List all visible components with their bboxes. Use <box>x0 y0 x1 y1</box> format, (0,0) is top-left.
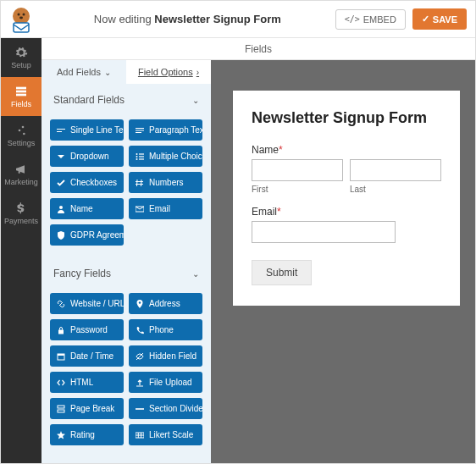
svg-rect-27 <box>58 354 64 356</box>
field-password[interactable]: Password <box>50 319 124 340</box>
fields-panel: Add Fields⌄ Field Options› Standard Fiel… <box>42 60 211 464</box>
svg-rect-25 <box>58 329 64 334</box>
fields-titlebar: Fields <box>42 38 475 60</box>
gear-icon <box>14 46 28 59</box>
fancy-fields-header[interactable]: Fancy Fields⌄ <box>42 257 211 288</box>
field-gdpr[interactable]: GDPR Agreement <box>50 224 124 246</box>
svg-point-20 <box>136 158 138 160</box>
top-toolbar: Now editing Newsletter Signup Form </> E… <box>1 1 475 38</box>
svg-rect-7 <box>16 94 26 97</box>
form-preview[interactable]: Newsletter Signup Form Name* First Last … <box>233 91 460 306</box>
svg-point-9 <box>19 130 21 132</box>
envelope-icon <box>136 205 144 213</box>
divider-icon <box>136 405 144 413</box>
field-datetime[interactable]: Date / Time <box>50 345 124 367</box>
field-name[interactable]: Name <box>50 198 124 219</box>
svg-point-0 <box>13 8 30 25</box>
field-phone[interactable]: Phone <box>129 319 202 340</box>
pin-icon <box>136 300 144 308</box>
sidenav-marketing[interactable]: Marketing <box>1 155 42 194</box>
svg-rect-14 <box>136 130 144 130</box>
sidenav-setup[interactable]: Setup <box>1 38 42 77</box>
user-icon <box>57 205 65 213</box>
submit-button[interactable]: Submit <box>252 260 312 285</box>
field-likert[interactable]: Likert Scale <box>129 424 202 445</box>
field-email[interactable]: Email <box>129 198 202 219</box>
field-html[interactable]: HTML <box>50 372 124 393</box>
eye-slash-icon <box>136 352 144 361</box>
sliders-icon <box>14 124 28 137</box>
field-numbers[interactable]: Numbers <box>129 172 202 193</box>
save-button[interactable]: ✓ SAVE <box>412 8 467 30</box>
last-sublabel: Last <box>350 185 441 194</box>
svg-point-24 <box>139 301 141 303</box>
sidenav-payments[interactable]: Payments <box>1 194 42 233</box>
chevron-right-icon: › <box>196 68 199 77</box>
link-icon <box>57 300 65 308</box>
shield-icon <box>57 231 65 240</box>
last-name-input[interactable] <box>350 159 441 181</box>
email-input[interactable] <box>252 221 396 243</box>
text-icon <box>57 126 65 135</box>
code-icon <box>57 378 65 387</box>
svg-rect-21 <box>139 158 144 159</box>
svg-rect-29 <box>58 410 64 412</box>
field-address[interactable]: Address <box>129 293 202 314</box>
field-pagebreak[interactable]: Page Break <box>50 398 124 419</box>
svg-rect-4 <box>14 23 29 32</box>
form-canvas: Newsletter Signup Form Name* First Last … <box>211 60 475 464</box>
form-title: Newsletter Signup Form <box>252 109 441 127</box>
svg-point-16 <box>136 153 138 155</box>
svg-point-10 <box>23 133 25 135</box>
code-icon: </> <box>345 14 360 24</box>
fields-icon <box>14 85 28 98</box>
standard-fields-header[interactable]: Standard Fields⌄ <box>42 84 211 114</box>
field-rating[interactable]: Rating <box>50 424 124 445</box>
pagebreak-icon <box>57 405 65 413</box>
field-dropdown[interactable]: Dropdown <box>50 146 124 167</box>
editing-title: Now editing Newsletter Signup Form <box>40 13 335 25</box>
sidenav-fields[interactable]: Fields <box>1 77 42 116</box>
upload-icon <box>136 378 144 387</box>
paragraph-icon <box>136 126 144 135</box>
svg-point-1 <box>18 13 20 15</box>
star-icon <box>57 431 65 439</box>
lock-icon <box>57 326 65 334</box>
bullhorn-icon <box>14 163 28 176</box>
tab-field-options[interactable]: Field Options› <box>126 60 211 84</box>
hash-icon <box>136 179 144 187</box>
svg-rect-19 <box>139 156 144 157</box>
field-section[interactable]: Section Divider <box>129 398 202 419</box>
field-single-line-text[interactable]: Single Line Text <box>50 119 124 141</box>
svg-point-18 <box>136 156 138 157</box>
embed-button[interactable]: </> EMBED <box>335 9 406 30</box>
first-sublabel: First <box>252 185 343 194</box>
tab-add-fields[interactable]: Add Fields⌄ <box>42 60 126 84</box>
dollar-icon <box>14 202 28 215</box>
field-multiple-choice[interactable]: Multiple Choice <box>129 146 202 167</box>
svg-rect-15 <box>136 132 141 133</box>
wpforms-logo <box>6 4 36 35</box>
field-fileupload[interactable]: File Upload <box>129 372 202 393</box>
svg-point-22 <box>59 206 63 209</box>
field-hidden[interactable]: Hidden Field <box>129 345 202 367</box>
check-icon: ✓ <box>422 14 429 25</box>
email-label: Email* <box>252 206 441 218</box>
svg-rect-28 <box>58 406 64 408</box>
svg-point-8 <box>22 126 25 129</box>
field-checkboxes[interactable]: Checkboxes <box>50 172 124 193</box>
svg-rect-5 <box>16 87 26 90</box>
phone-icon <box>136 326 144 334</box>
svg-rect-17 <box>139 153 144 154</box>
chevron-down-icon: ⌄ <box>104 68 111 77</box>
grid-icon <box>136 431 144 439</box>
first-name-input[interactable] <box>252 159 343 181</box>
field-paragraph-text[interactable]: Paragraph Text <box>129 119 202 141</box>
field-website[interactable]: Website / URL <box>50 293 124 314</box>
list-icon <box>136 152 144 161</box>
sidenav-settings[interactable]: Settings <box>1 116 42 155</box>
svg-rect-6 <box>16 91 26 93</box>
chevron-down-icon: ⌄ <box>192 96 199 105</box>
check-icon <box>57 179 65 187</box>
calendar-icon <box>57 352 65 361</box>
